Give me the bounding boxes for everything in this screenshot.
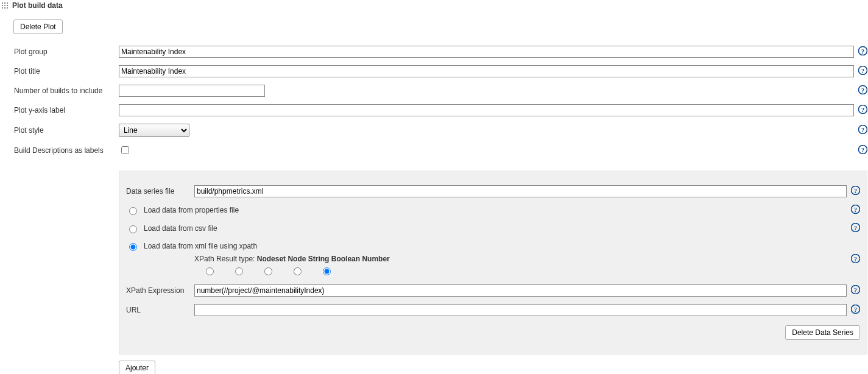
help-icon[interactable]: ? xyxy=(858,145,867,154)
num-builds-input[interactable] xyxy=(119,85,265,97)
xpath-type-radio-nodeset[interactable] xyxy=(206,267,214,275)
xpath-expression-label: XPath Expression xyxy=(126,286,184,295)
svg-text:?: ? xyxy=(861,68,864,74)
section-title: Plot build data xyxy=(12,1,63,10)
svg-text:?: ? xyxy=(854,287,857,294)
url-input[interactable] xyxy=(194,304,847,316)
build-desc-label: Build Descriptions as labels xyxy=(14,146,104,155)
load-properties-label: Load data from properties file xyxy=(144,206,239,214)
y-axis-label: Plot y-axis label xyxy=(14,106,65,115)
load-csv-label: Load data from csv file xyxy=(144,224,217,233)
data-series-file-input[interactable] xyxy=(194,185,847,197)
delete-data-series-button[interactable]: Delete Data Series xyxy=(785,325,860,340)
plot-style-select[interactable]: Line xyxy=(119,124,189,137)
svg-text:?: ? xyxy=(854,188,857,194)
help-icon[interactable]: ? xyxy=(858,105,867,114)
data-series-file-label: Data series file xyxy=(126,187,174,196)
xpath-result-type-label: XPath Result type: xyxy=(194,255,255,263)
svg-text:?: ? xyxy=(861,48,864,55)
xpath-type-radio-boolean[interactable] xyxy=(294,267,302,275)
xpath-result-type-options: Nodeset Node String Boolean Number xyxy=(257,255,390,263)
svg-text:?: ? xyxy=(854,306,857,313)
help-icon[interactable]: ? xyxy=(851,254,860,263)
num-builds-label: Number of builds to include xyxy=(14,86,102,95)
svg-text:?: ? xyxy=(854,225,857,231)
help-icon[interactable]: ? xyxy=(851,305,860,314)
help-icon[interactable]: ? xyxy=(858,66,867,75)
drag-handle-icon[interactable] xyxy=(1,2,9,9)
svg-text:?: ? xyxy=(861,127,864,133)
load-xml-radio[interactable] xyxy=(129,243,137,251)
load-xml-label: Load data from xml file using xpath xyxy=(144,242,257,250)
help-icon[interactable]: ? xyxy=(858,125,867,134)
help-icon[interactable]: ? xyxy=(851,186,860,195)
svg-text:?: ? xyxy=(854,255,857,262)
xpath-type-radio-node[interactable] xyxy=(235,267,243,275)
plot-group-label: Plot group xyxy=(14,48,48,56)
svg-text:?: ? xyxy=(861,87,864,94)
help-icon[interactable]: ? xyxy=(851,223,860,232)
plot-title-input[interactable] xyxy=(119,65,854,77)
y-axis-input[interactable] xyxy=(119,104,854,116)
plot-title-label: Plot title xyxy=(14,67,40,76)
plot-style-label: Plot style xyxy=(14,126,44,135)
help-icon[interactable]: ? xyxy=(851,285,860,294)
xpath-expression-input[interactable] xyxy=(194,284,847,297)
load-csv-radio[interactable] xyxy=(129,225,137,233)
help-icon[interactable]: ? xyxy=(851,205,860,214)
url-label: URL xyxy=(126,306,141,314)
delete-plot-button[interactable]: Delete Plot xyxy=(13,19,63,34)
svg-text:?: ? xyxy=(861,146,864,153)
build-desc-checkbox[interactable] xyxy=(121,146,129,154)
help-icon[interactable]: ? xyxy=(858,46,867,55)
ajouter-button[interactable]: Ajouter xyxy=(119,361,155,374)
svg-text:?: ? xyxy=(854,206,857,213)
svg-text:?: ? xyxy=(861,107,864,113)
help-icon[interactable]: ? xyxy=(858,85,867,94)
xpath-type-radio-string[interactable] xyxy=(264,267,272,275)
load-properties-radio[interactable] xyxy=(129,207,137,215)
plot-group-input[interactable] xyxy=(119,46,854,58)
xpath-type-radio-number[interactable] xyxy=(323,267,331,275)
